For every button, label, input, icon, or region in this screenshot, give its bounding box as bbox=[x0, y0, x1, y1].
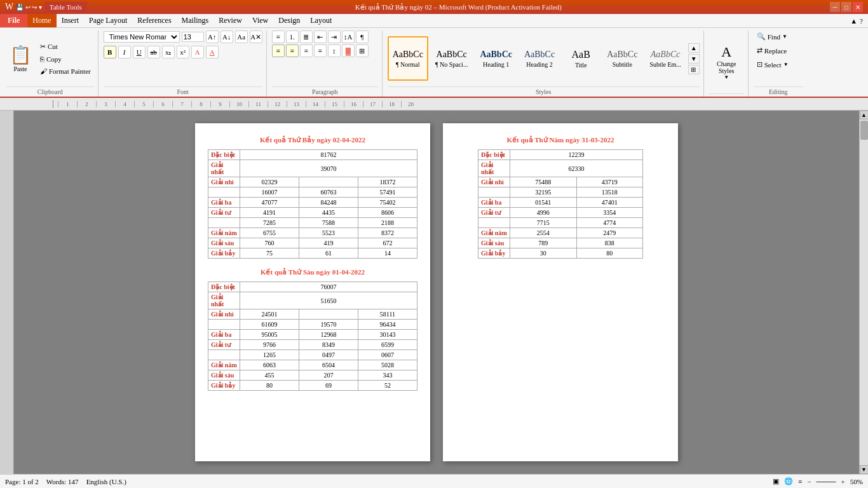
find-button[interactable]: 🔍 Find ▼ bbox=[754, 30, 790, 43]
ruler-mark: 5 bbox=[134, 101, 153, 107]
table-cell-value: 4774 bbox=[576, 218, 643, 228]
ribbon-collapse[interactable]: ▲ bbox=[850, 17, 857, 25]
menu-insert[interactable]: Insert bbox=[57, 14, 84, 27]
menu-mailings[interactable]: Mailings bbox=[177, 14, 214, 27]
decrease-indent-button[interactable]: ⇤ bbox=[314, 30, 327, 43]
lottery-title-1: Kết quả Thứ Bảy ngày 02-04-2022 bbox=[208, 136, 417, 144]
document-scroll[interactable]: Kết quả Thứ Bảy ngày 02-04-2022 Đặc biệt… bbox=[14, 111, 859, 474]
menu-layout[interactable]: Layout bbox=[305, 14, 337, 27]
vertical-scrollbar[interactable]: ▲ ▼ bbox=[859, 111, 868, 474]
shading-button[interactable]: ▓ bbox=[342, 44, 355, 57]
style-subtle-em-button[interactable]: AaBbCc Subtle Em... bbox=[644, 36, 686, 81]
align-left-button[interactable]: ≡ bbox=[272, 44, 285, 57]
italic-button[interactable]: I bbox=[118, 46, 131, 58]
help-icon[interactable]: ? bbox=[860, 17, 863, 25]
zoom-in-button[interactable]: + bbox=[841, 478, 845, 485]
table-cell-value: 84248 bbox=[299, 198, 358, 208]
select-arrow: ▼ bbox=[783, 62, 789, 67]
styles-scroll-up[interactable]: ▲ bbox=[688, 43, 700, 53]
clear-format-button[interactable]: A✕ bbox=[250, 30, 262, 43]
sort-button[interactable]: ↕A bbox=[342, 30, 355, 43]
scroll-up-button[interactable]: ▲ bbox=[860, 111, 869, 119]
increase-indent-button[interactable]: ⇥ bbox=[328, 30, 341, 43]
scroll-thumb[interactable] bbox=[860, 121, 868, 140]
menu-review[interactable]: Review bbox=[214, 14, 247, 27]
change-styles-button[interactable]: A ChangeStyles ▼ bbox=[709, 40, 744, 85]
strikethrough-button[interactable]: ab bbox=[147, 46, 160, 58]
table-cell-value: 81762 bbox=[240, 150, 417, 160]
numbering-button[interactable]: 1. bbox=[286, 30, 299, 43]
table-cell-value: 2479 bbox=[576, 228, 643, 238]
ruler: │ 1 2 3 4 5 6 7 8 9 10 11 12 13 14 15 16… bbox=[0, 98, 868, 111]
table-row: Đặc biệt 76007 bbox=[208, 282, 417, 292]
change-styles-content: A ChangeStyles ▼ bbox=[709, 30, 744, 93]
font-grow-button[interactable]: A↑ bbox=[206, 30, 219, 43]
line-spacing-button[interactable]: ↕ bbox=[328, 44, 341, 57]
borders-button[interactable]: ⊞ bbox=[356, 44, 369, 57]
style-normal-button[interactable]: AaBbCc ¶ Normal bbox=[388, 36, 428, 81]
paste-button[interactable]: 📋 Paste bbox=[6, 36, 34, 81]
table-cell-value: 47401 bbox=[576, 198, 643, 208]
view-normal-icon[interactable]: ▣ bbox=[773, 477, 779, 485]
styles-more[interactable]: ⊞ bbox=[688, 65, 700, 74]
justify-button[interactable]: ≡ bbox=[314, 44, 327, 57]
bold-button[interactable]: B bbox=[104, 46, 116, 58]
paste-icon: 📋 bbox=[10, 44, 32, 65]
language-status: English (U.S.) bbox=[86, 478, 126, 485]
select-button[interactable]: ⊡ Select ▼ bbox=[754, 58, 792, 71]
style-no-spacing-button[interactable]: AaBbCc ¶ No Spaci... bbox=[430, 36, 473, 81]
replace-button[interactable]: ⇄ Replace bbox=[754, 44, 790, 57]
menu-view[interactable]: View bbox=[247, 14, 273, 27]
close-button[interactable]: ✕ bbox=[853, 2, 863, 12]
font-shrink-button[interactable]: A↓ bbox=[220, 30, 233, 43]
subscript-button[interactable]: x₂ bbox=[162, 46, 175, 58]
font-size-input[interactable] bbox=[182, 32, 204, 42]
minimize-button[interactable]: ─ bbox=[830, 2, 840, 12]
font-name-select[interactable]: Times New Roman bbox=[104, 31, 180, 43]
view-outline-icon[interactable]: ≡ bbox=[798, 478, 802, 485]
align-center-button[interactable]: ≡ bbox=[286, 44, 299, 57]
menu-references[interactable]: References bbox=[132, 14, 176, 27]
align-right-button[interactable]: ≡ bbox=[300, 44, 313, 57]
copy-button[interactable]: ⎘ Copy bbox=[37, 53, 94, 65]
style-heading2-button[interactable]: AaBbCc Heading 2 bbox=[519, 36, 560, 81]
menu-file[interactable]: File bbox=[0, 14, 27, 27]
menu-design[interactable]: Design bbox=[273, 14, 305, 27]
table-row: Giải sáu 760 419 672 bbox=[208, 238, 417, 248]
paragraph-label: Paragraph bbox=[272, 86, 378, 97]
table-cell-value: 2554 bbox=[510, 228, 577, 238]
text-highlight-button[interactable]: A bbox=[191, 46, 204, 58]
zoom-slider[interactable]: ──── bbox=[816, 478, 836, 485]
style-title-button[interactable]: AaB Title bbox=[562, 36, 600, 81]
zoom-out-button[interactable]: − bbox=[807, 478, 811, 485]
bullets-button[interactable]: ≡ bbox=[272, 30, 285, 43]
table-cell-label: Giải tư bbox=[208, 340, 240, 350]
style-normal-preview: AaBbCc bbox=[393, 50, 423, 60]
document-area: Kết quả Thứ Bảy ngày 02-04-2022 Đặc biệt… bbox=[0, 111, 868, 474]
style-heading1-button[interactable]: AaBbCc Heading 1 bbox=[475, 36, 517, 81]
ruler-mark: 14 bbox=[306, 101, 325, 107]
format-painter-button[interactable]: 🖌 Format Painter bbox=[37, 65, 94, 77]
change-case-button[interactable]: Aa bbox=[235, 30, 248, 43]
maximize-button[interactable]: □ bbox=[841, 2, 851, 12]
title-bar-controls[interactable]: ─ □ ✕ bbox=[830, 2, 863, 12]
table-cell-value: 61609 bbox=[240, 320, 299, 330]
table-cell-label: Giải nhất bbox=[208, 292, 240, 309]
styles-scroll-down[interactable]: ▼ bbox=[688, 54, 700, 64]
ruler-mark: 8 bbox=[191, 101, 210, 107]
cut-button[interactable]: ✂ Cut bbox=[37, 41, 94, 53]
pilcrow-button[interactable]: ¶ bbox=[356, 30, 369, 43]
superscript-button[interactable]: x² bbox=[177, 46, 189, 58]
menu-page-layout[interactable]: Page Layout bbox=[84, 14, 132, 27]
scroll-down-button[interactable]: ▼ bbox=[860, 465, 869, 474]
view-web-icon[interactable]: 🌐 bbox=[784, 477, 793, 485]
table-cell-value: 760 bbox=[240, 238, 299, 248]
style-heading2-preview: AaBbCc bbox=[524, 50, 555, 60]
style-subtitle-button[interactable]: AaBbCc Subtitle bbox=[602, 36, 642, 81]
menu-home[interactable]: Home bbox=[27, 14, 56, 27]
underline-button[interactable]: U bbox=[133, 46, 146, 58]
table-cell-label bbox=[208, 187, 240, 198]
paragraph-group: ≡ 1. ≣ ⇤ ⇥ ↕A ¶ ≡ ≡ ≡ ≡ ↕ ▓ ⊞ Paragraph bbox=[268, 30, 383, 97]
multilevel-button[interactable]: ≣ bbox=[300, 30, 313, 43]
font-color-button[interactable]: A bbox=[206, 46, 219, 58]
